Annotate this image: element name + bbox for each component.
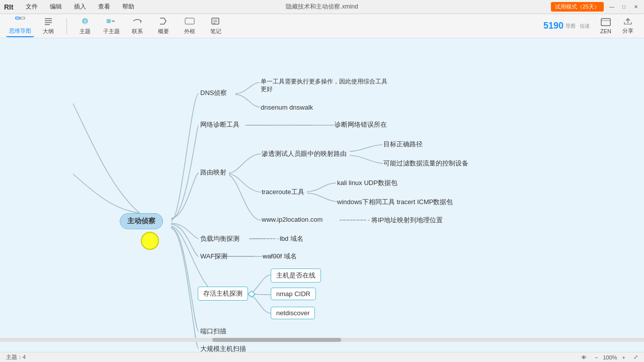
load-balance-dash: ————	[249, 234, 275, 242]
note-icon	[210, 17, 221, 27]
menu-view[interactable]: 查看	[96, 2, 112, 12]
branch-waf[interactable]: WAF探测	[200, 252, 227, 261]
waf-child: waf00f 域名	[263, 252, 297, 261]
boundary-icon	[184, 17, 195, 27]
share-label: 分享	[622, 27, 633, 35]
titlebar: RIt 文件 编辑 插入 查看 帮助 隐藏技术和主动侦察.xmind 试用模式（…	[0, 0, 644, 14]
outline-view-button[interactable]: 大纲	[36, 15, 60, 37]
zoom-controls: − 100% +	[593, 354, 627, 360]
outline-label: 大纲	[43, 28, 54, 35]
topic-icon: 主	[79, 17, 91, 27]
expand-icon[interactable]: ⤢	[633, 354, 638, 360]
mindmap-icon	[15, 17, 25, 26]
traceroute-child-2: windows下相同工具 tracert ICMP数据包	[337, 198, 453, 207]
route-child-1: 渗透测试人员眼中的映射路由	[262, 149, 347, 158]
branch-host-detect[interactable]: 存活主机探测	[198, 287, 248, 301]
main-node-label: 主动侦察	[127, 217, 155, 225]
share-button[interactable]: 分享	[618, 15, 638, 37]
main-node[interactable]: 主动侦察	[120, 213, 163, 229]
subtopic-label: 子主题	[103, 28, 120, 35]
relation-label: 联系	[132, 28, 143, 35]
subtopic-button[interactable]: 子主题	[99, 15, 123, 37]
topic-count: 主题：4	[6, 353, 26, 361]
branch-network-diag[interactable]: 网络诊断工具	[200, 120, 239, 129]
host-detect-child-3: netdiscover	[271, 307, 315, 319]
mindmap-label: 思维导图	[9, 27, 31, 35]
mindmap-view-button[interactable]: 思维导图	[6, 15, 34, 37]
logo-suffix: 导图	[566, 23, 576, 30]
svg-rect-10	[112, 20, 115, 22]
host-detect-child-1: 主机是否在线	[271, 268, 321, 283]
trial-badge: 试用模式（25天）	[551, 2, 604, 12]
statusbar-right: 👁 − 100% + ⤢	[581, 354, 638, 360]
branch-port-scan[interactable]: 端口扫描	[200, 327, 226, 336]
dns-child-1b: 更好	[261, 85, 273, 94]
eye-icon[interactable]: 👁	[581, 354, 587, 360]
route-child-3-text: 将IP地址映射到地理位置	[371, 216, 443, 225]
summary-icon	[158, 17, 169, 27]
cursor-indicator	[141, 232, 159, 250]
svg-rect-16	[601, 19, 610, 26]
toolbar: 思维导图 大纲 主 主题 子主题	[0, 14, 644, 38]
menu-edit[interactable]: 编辑	[48, 2, 64, 12]
menu-insert[interactable]: 插入	[72, 2, 88, 12]
summary-button[interactable]: 概要	[151, 15, 176, 37]
menu-file[interactable]: 文件	[24, 2, 40, 12]
logo-number: 5190	[543, 21, 564, 31]
relation-button[interactable]: 联系	[125, 15, 149, 37]
branch-load-balance[interactable]: 负载均衡探测	[200, 234, 239, 243]
svg-text:主: 主	[83, 19, 88, 24]
summary-label: 概要	[158, 28, 169, 35]
traceroute-child-1: kali linux UDP数据包	[337, 178, 397, 188]
document-title: 隐藏技术和主动侦察.xmind	[286, 3, 358, 11]
zen-icon	[601, 18, 611, 27]
dns-child-2: dnsenum dnswalk	[261, 104, 313, 111]
zen-label: ZEN	[600, 28, 611, 34]
svg-marker-24	[248, 291, 255, 297]
menu-help[interactable]: 帮助	[120, 2, 136, 12]
host-detect-child-2: nmap CIDR	[271, 288, 316, 300]
logo-area: 5190 导图 估读	[543, 21, 590, 31]
subtopic-icon	[106, 17, 117, 27]
note-label: 笔记	[210, 28, 221, 35]
app-logo: RIt	[4, 3, 14, 11]
route-child-3-dash: ————	[340, 216, 366, 223]
route-child-1a: 目标正确路径	[383, 140, 423, 149]
zoom-minus-button[interactable]: −	[593, 354, 600, 360]
route-child-3: www.ip2location.com	[262, 216, 323, 223]
close-button[interactable]: ✕	[632, 3, 640, 11]
svg-rect-9	[107, 19, 111, 23]
canvas-area[interactable]: 主动侦察 DNS侦察 单一工具需要执行更多操作，因此使用综合工具 更好 dnse…	[0, 38, 644, 352]
horizontal-scrollbar[interactable]	[0, 338, 644, 342]
svg-rect-11	[185, 18, 194, 24]
topic-button[interactable]: 主 主题	[73, 15, 97, 37]
boundary-label: 外框	[184, 28, 195, 35]
branch-large-scan[interactable]: 大规模主机扫描	[200, 344, 246, 352]
zoom-level: 100%	[603, 354, 617, 360]
dns-child-1: 单一工具需要执行更多操作，因此使用综合工具	[261, 77, 387, 86]
load-balance-child: lbd 域名	[280, 234, 303, 243]
branch-dns[interactable]: DNS侦察	[200, 88, 227, 98]
topic-label: 主题	[79, 28, 91, 35]
branch-route-mapping[interactable]: 路由映射	[200, 168, 226, 177]
zen-button[interactable]: ZEN	[596, 15, 616, 37]
svg-rect-0	[16, 17, 20, 19]
svg-rect-1	[21, 17, 25, 19]
relation-icon	[132, 17, 143, 27]
toolbar-divider	[66, 18, 67, 34]
network-diag-child: 诊断网络错误所在	[335, 120, 387, 129]
maximize-button[interactable]: □	[620, 3, 628, 11]
route-child-1b: 可能过滤数据流量的控制设备	[383, 159, 468, 168]
share-icon	[623, 17, 633, 26]
route-child-2: traceroute工具	[262, 188, 304, 197]
window-controls: 试用模式（25天） — □ ✕	[551, 2, 640, 12]
zoom-plus-button[interactable]: +	[620, 354, 627, 360]
note-button[interactable]: 笔记	[204, 15, 228, 37]
scrollbar-thumb[interactable]	[212, 338, 341, 342]
outline-icon	[44, 17, 53, 27]
statusbar: 主题：4 👁 − 100% + ⤢	[0, 352, 644, 362]
minimize-button[interactable]: —	[608, 3, 616, 11]
boundary-button[interactable]: 外框	[178, 15, 202, 37]
waf-dash: ————	[227, 252, 254, 259]
menu-bar: 文件 编辑 插入 查看 帮助	[24, 2, 136, 12]
